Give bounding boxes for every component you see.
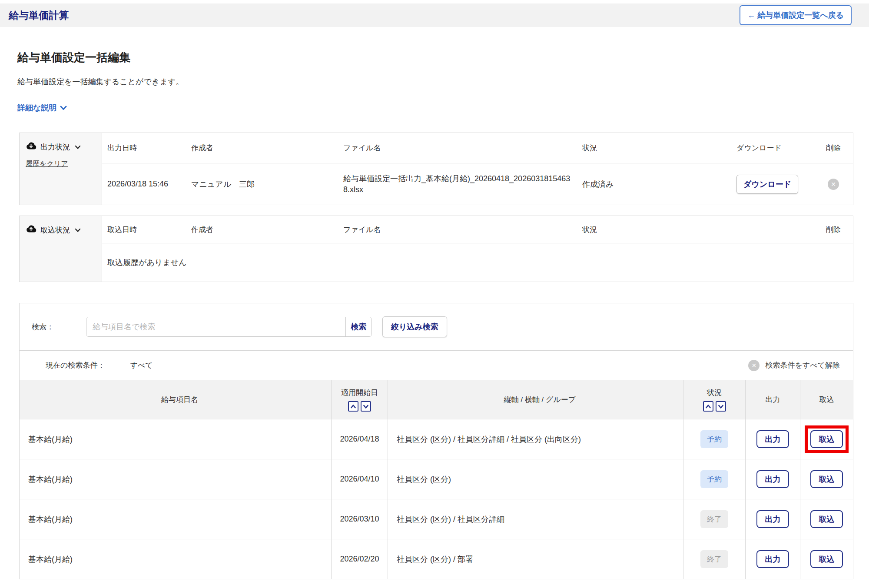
- sort-descending-button[interactable]: [716, 401, 726, 412]
- status-badge: 予約: [700, 430, 728, 448]
- export-cell: 出力: [746, 419, 800, 459]
- column-header: ダウンロード: [736, 143, 819, 153]
- salary-item-name: 基本給(月給): [20, 459, 332, 499]
- export-author: マニュアル 三郎: [191, 179, 343, 189]
- export-button[interactable]: 出力: [756, 510, 789, 528]
- import-empty-message: 取込履歴がありません: [107, 257, 187, 268]
- search-row: 検索： 検索 絞り込み検索: [20, 303, 853, 350]
- chevron-down-icon: [75, 226, 81, 235]
- advanced-filter-button[interactable]: 絞り込み検索: [382, 316, 447, 337]
- import-button[interactable]: 取込: [810, 550, 843, 568]
- import-status-panel: 取込状況 取込日時 作成者 ファイル名 状況 削除 取込履歴がありません: [19, 216, 853, 282]
- sort-descending-button[interactable]: [361, 401, 371, 412]
- axes-group: 社員区分 (区分) / 社員区分詳細 / 社員区分 (出向区分): [388, 419, 683, 459]
- import-empty-row: 取込履歴がありません: [102, 243, 853, 282]
- cloud-upload-icon: [26, 225, 36, 236]
- page-description: 給与単価設定を一括編集することができます。: [17, 76, 853, 87]
- start-date: 2026/04/10: [332, 459, 388, 499]
- cloud-download-icon: [26, 142, 36, 153]
- current-conditions-row: 現在の検索条件： すべて ✕ 検索条件をすべて解除: [20, 350, 853, 380]
- status-badge: 終了: [700, 550, 728, 568]
- salary-item-name: 基本給(月給): [20, 539, 332, 579]
- export-panel-title: 出力状況: [40, 142, 70, 152]
- sort-ascending-button[interactable]: [348, 401, 358, 412]
- import-button[interactable]: 取込: [810, 510, 843, 528]
- export-history-row: 2026/03/18 15:46 マニュアル 三郎 給与単価設定一括出力_基本給…: [102, 163, 853, 205]
- export-panel-sidebar: 出力状況 履歴をクリア: [20, 133, 102, 205]
- status-cell: 終了: [683, 499, 746, 539]
- column-header: ファイル名: [343, 143, 582, 153]
- salary-table-header: 給与項目名 適用開始日 縦軸 / 横軸 / グループ 状況: [20, 380, 853, 419]
- export-cell: 出力: [746, 499, 800, 539]
- export-cell: 出力: [746, 459, 800, 499]
- table-row: 基本給(月給)2026/03/10社員区分 (区分) / 社員区分詳細終了出力取…: [20, 499, 853, 539]
- column-header: 削除: [819, 143, 848, 153]
- search-box: 検索: [86, 317, 372, 337]
- axes-group: 社員区分 (区分) / 社員区分詳細: [388, 499, 683, 539]
- export-button[interactable]: 出力: [756, 430, 789, 448]
- column-header-import: 取込: [800, 380, 853, 419]
- column-header: 作成者: [191, 225, 343, 235]
- import-cell: 取込: [800, 419, 853, 459]
- column-header-axes: 縦軸 / 横軸 / グループ: [388, 380, 683, 419]
- start-date: 2026/03/10: [332, 499, 388, 539]
- export-status: 作成済み: [582, 179, 736, 189]
- export-cell: 出力: [746, 539, 800, 579]
- table-row: 基本給(月給)2026/04/10社員区分 (区分)予約出力取込: [20, 459, 853, 499]
- import-panel-sidebar: 取込状況: [20, 216, 102, 282]
- column-header: 出力日時: [107, 143, 191, 153]
- download-button[interactable]: ダウンロード: [736, 175, 798, 194]
- import-panel-title: 取込状況: [40, 225, 70, 235]
- delete-icon[interactable]: ✕: [828, 179, 839, 190]
- detail-description-link[interactable]: 詳細な説明: [17, 102, 67, 113]
- clear-all-conditions-button[interactable]: ✕ 検索条件をすべて解除: [748, 360, 840, 371]
- status-cell: 予約: [683, 459, 746, 499]
- column-header-status: 状況: [683, 380, 746, 419]
- status-cell: 予約: [683, 419, 746, 459]
- chevron-down-icon: [75, 143, 81, 152]
- axes-group: 社員区分 (区分): [388, 459, 683, 499]
- start-date: 2026/02/20: [332, 539, 388, 579]
- column-header: 作成者: [191, 143, 343, 153]
- export-button[interactable]: 出力: [756, 470, 789, 488]
- page-title: 給与単価設定一括編集: [17, 50, 853, 65]
- app-title: 給与単価計算: [9, 9, 69, 22]
- current-conditions-label: 現在の検索条件：: [46, 360, 105, 370]
- current-conditions-value: すべて: [130, 360, 153, 370]
- import-panel-table: 取込日時 作成者 ファイル名 状況 削除 取込履歴がありません: [102, 216, 853, 282]
- table-row: 基本給(月給)2026/04/18社員区分 (区分) / 社員区分詳細 / 社員…: [20, 419, 853, 459]
- search-label: 検索：: [32, 322, 86, 332]
- salary-table-body: 基本給(月給)2026/04/18社員区分 (区分) / 社員区分詳細 / 社員…: [20, 419, 853, 579]
- back-to-list-button[interactable]: ← 給与単価設定一覧へ戻る: [740, 5, 852, 25]
- column-header: 取込日時: [107, 225, 191, 235]
- clear-history-link[interactable]: 履歴をクリア: [26, 159, 68, 169]
- column-header: 削除: [819, 225, 848, 235]
- import-button[interactable]: 取込: [810, 470, 843, 488]
- import-cell: 取込: [800, 459, 853, 499]
- search-input[interactable]: [86, 317, 345, 336]
- search-button[interactable]: 検索: [345, 317, 371, 336]
- import-panel-title-row[interactable]: 取込状況: [26, 225, 96, 236]
- import-button[interactable]: 取込: [810, 430, 843, 448]
- export-button[interactable]: 出力: [756, 550, 789, 568]
- column-header-start-date: 適用開始日: [332, 380, 388, 419]
- clear-icon: ✕: [748, 360, 760, 371]
- column-header-export: 出力: [746, 380, 800, 419]
- export-panel-title-row[interactable]: 出力状況: [26, 142, 96, 153]
- detail-description-label: 詳細な説明: [17, 102, 56, 113]
- import-table-header: 取込日時 作成者 ファイル名 状況 削除: [102, 216, 853, 243]
- column-header: 状況: [582, 225, 819, 235]
- export-datetime: 2026/03/18 15:46: [107, 179, 191, 189]
- import-cell: 取込: [800, 499, 853, 539]
- column-header: 状況: [582, 143, 736, 153]
- status-badge: 予約: [700, 470, 728, 488]
- column-header: ファイル名: [343, 224, 582, 235]
- column-header-item-name: 給与項目名: [20, 380, 332, 419]
- export-table-header: 出力日時 作成者 ファイル名 状況 ダウンロード 削除: [102, 133, 853, 163]
- chevron-down-icon: [60, 102, 67, 113]
- export-panel-table: 出力日時 作成者 ファイル名 状況 ダウンロード 削除 2026/03/18 1…: [102, 133, 853, 205]
- export-status-panel: 出力状況 履歴をクリア 出力日時 作成者 ファイル名 状況 ダウンロード 削除 …: [19, 133, 853, 205]
- status-cell: 終了: [683, 539, 746, 579]
- sort-ascending-button[interactable]: [703, 401, 713, 412]
- export-filename: 給与単価設定一括出力_基本給(月給)_20260418_202603181546…: [343, 173, 582, 195]
